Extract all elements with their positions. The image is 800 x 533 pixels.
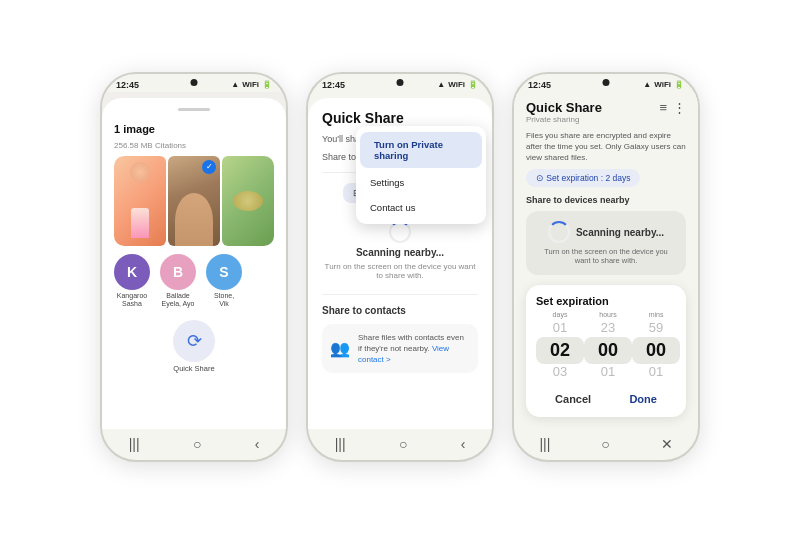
tp-hours-selected[interactable]: 00 (584, 337, 632, 364)
camera-dot-3 (603, 79, 610, 86)
signal-icon: ▲ (231, 80, 239, 89)
nav-back-2[interactable]: ‹ (461, 436, 466, 452)
scanning-spinner-2 (389, 221, 411, 243)
checkmark: ✓ (202, 160, 216, 174)
qs-title-row: Quick Share Private sharing ≡ ⋮ (526, 100, 686, 124)
time-picker: Set expiration days 01 02 03 (526, 285, 686, 417)
time-1: 12:45 (116, 80, 139, 90)
image-label: 1 image (114, 123, 274, 135)
tp-label-hours: hours (599, 311, 617, 318)
status-icons-1: ▲ WiFi 🔋 (231, 80, 272, 89)
tp-mins-val: 00 (646, 339, 666, 362)
quick-share-button[interactable]: ⟳ (173, 320, 215, 362)
done-button[interactable]: Done (611, 389, 675, 409)
nav-recents-3[interactable]: ||| (539, 436, 550, 452)
share-nearby-title: Share to devices nearby (526, 195, 686, 205)
wifi-icon-3: WiFi (654, 80, 671, 89)
scanning-area-3: Scanning nearby... Turn on the screen on… (526, 211, 686, 275)
status-icons-3: ▲ WiFi 🔋 (643, 80, 684, 89)
contact-stone[interactable]: S Stone,Vik (206, 254, 242, 309)
tp-mins-next: 01 (649, 364, 663, 381)
tp-cols: days 01 02 03 hours 23 00 (536, 311, 676, 381)
tp-label-mins: mins (649, 311, 664, 318)
scanning-text-3: Scanning nearby... (576, 227, 664, 238)
tp-days-prev: 01 (553, 320, 567, 337)
qs-title: Quick Share (526, 100, 602, 115)
nav-bar-3: ||| ○ ✕ (514, 429, 698, 460)
expiry-badge[interactable]: ⊙ Set expiration : 2 days (526, 169, 640, 187)
screen-1: 1 image 256.58 MB Citations ✓ (102, 92, 286, 429)
tp-mins-selected[interactable]: 00 (632, 337, 680, 364)
contacts-icon: 👥 (330, 339, 350, 358)
tp-col-mins: mins 59 00 01 (632, 311, 680, 381)
contacts-share-text: Share files with contacts even if they'r… (358, 332, 470, 366)
nav-close-3[interactable]: ✕ (661, 436, 673, 452)
screen-3: Quick Share Private sharing ≡ ⋮ Files yo… (514, 92, 698, 429)
contact-ballade[interactable]: B BalladeEyela, Ayo (160, 254, 196, 309)
camera-dot-1 (191, 79, 198, 86)
image-ice-cream (114, 156, 166, 246)
avatar-k: K (114, 254, 150, 290)
time-2: 12:45 (322, 80, 345, 90)
status-bar-3: 12:45 ▲ WiFi 🔋 (514, 74, 698, 92)
battery-icon-2: 🔋 (468, 80, 478, 89)
image-food (222, 156, 274, 246)
avatar-s: S (206, 254, 242, 290)
screen-2: Quick Share You'll share as Eli... Share… (308, 92, 492, 429)
contact-name-s: Stone,Vik (214, 292, 234, 309)
list-icon[interactable]: ≡ (659, 100, 667, 115)
quick-share-panel: Quick Share You'll share as Eli... Share… (308, 98, 492, 429)
nav-back[interactable]: ‹ (255, 436, 260, 452)
dropdown-contact-us[interactable]: Contact us (356, 195, 486, 220)
avatar-b: B (160, 254, 196, 290)
tp-col-hours: hours 23 00 01 (584, 311, 632, 381)
tp-days-val: 02 (550, 339, 570, 362)
portrait-face (175, 193, 213, 246)
battery-icon-3: 🔋 (674, 80, 684, 89)
dropdown-settings[interactable]: Settings (356, 170, 486, 195)
tp-days-selected[interactable]: 02 (536, 337, 584, 364)
contacts-section: Share to contacts (322, 305, 478, 316)
qs-title-icons: ≡ ⋮ (659, 100, 686, 115)
nav-recents-2[interactable]: ||| (335, 436, 346, 452)
quick-share-label: Quick Share (173, 364, 214, 373)
scanning-hint-2: Turn on the screen on the device you wan… (322, 262, 478, 280)
tp-mins-prev: 59 (649, 320, 663, 337)
scanning-text-2: Scanning nearby... (356, 247, 444, 258)
time-3: 12:45 (528, 80, 551, 90)
scanning-hint-3: Turn on the screen on the device you wan… (536, 247, 676, 265)
divider-2 (322, 294, 478, 295)
tp-col-days: days 01 02 03 (536, 311, 584, 381)
signal-icon-3: ▲ (643, 80, 651, 89)
tp-hours-prev: 23 (601, 320, 615, 337)
qs-subtitle: Private sharing (526, 115, 602, 124)
wifi-icon-2: WiFi (448, 80, 465, 89)
contact-name-b: BalladeEyela, Ayo (162, 292, 195, 309)
nav-home[interactable]: ○ (193, 436, 201, 452)
cancel-button[interactable]: Cancel (537, 389, 609, 409)
signal-icon-2: ▲ (437, 80, 445, 89)
tp-actions: Cancel Done (536, 389, 676, 409)
quick-share-icon: ⟳ (187, 330, 202, 352)
qs-panel-3: Quick Share Private sharing ≡ ⋮ Files yo… (514, 92, 698, 429)
dropdown-menu: Turn on Private sharing Settings Contact… (356, 126, 486, 224)
dropdown-private-sharing[interactable]: Turn on Private sharing (360, 132, 482, 168)
nav-recents[interactable]: ||| (129, 436, 140, 452)
contacts-share-row: 👥 Share files with contacts even if they… (322, 324, 478, 374)
nav-home-2[interactable]: ○ (399, 436, 407, 452)
phone-3: 12:45 ▲ WiFi 🔋 Quick Share Private shari… (512, 72, 700, 462)
image-portrait: ✓ (168, 156, 220, 246)
nav-home-3[interactable]: ○ (601, 436, 609, 452)
panel-title-2: Quick Share (322, 110, 478, 126)
share-sheet: 1 image 256.58 MB Citations ✓ (102, 98, 286, 429)
wifi-icon: WiFi (242, 80, 259, 89)
more-icon[interactable]: ⋮ (673, 100, 686, 115)
share-handle (178, 108, 210, 111)
image-sub: 256.58 MB Citations (114, 141, 274, 150)
phone-2: 12:45 ▲ WiFi 🔋 Quick Share You'll share … (306, 72, 494, 462)
contact-kangaroo[interactable]: K KangarooSasha (114, 254, 150, 309)
qs-desc: Files you share are encrypted and expire… (526, 130, 686, 164)
nav-bar-2: ||| ○ ‹ (308, 429, 492, 460)
battery-icon: 🔋 (262, 80, 272, 89)
nav-bar-1: ||| ○ ‹ (102, 429, 286, 460)
